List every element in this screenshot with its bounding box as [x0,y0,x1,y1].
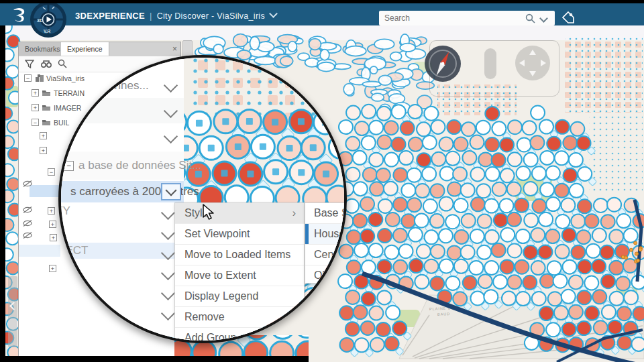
row-highlight [19,245,60,257]
mouse-cursor [202,204,218,221]
compass[interactable] [423,44,463,84]
tag-icon[interactable] [561,10,576,25]
search-input[interactable] [379,13,525,23]
letterbox-top [0,0,644,3]
top-bar: 3DEXPERIENCE|City Discover - ViaSilva_ir… [0,3,644,25]
search-bar[interactable] [379,11,555,25]
tree-label[interactable]: BUIL [54,119,69,127]
magnifier-lens[interactable]: ur Rennes... − a base de données Sit... … [58,55,347,343]
app-title: City Discover - ViaSilva_iris [157,11,265,21]
menu-item-display-legend[interactable]: Display Legend [175,286,304,306]
folder-icon [42,89,51,97]
expand-box[interactable]: + [49,221,56,228]
letterbox-left [0,25,5,362]
collapse-box[interactable]: − [24,74,32,82]
menu-item-move-to-extent[interactable]: Move to Extent [175,265,304,286]
map-place-label-2: BAUD [437,312,451,316]
tab-experience[interactable]: Experience [61,42,109,56]
row-dropdown-button[interactable] [161,183,181,200]
panel-collapse-handle[interactable] [8,276,17,347]
menu-item-set-viewpoint[interactable]: Set Viewpoint [175,223,304,244]
expand-box[interactable]: + [40,147,47,154]
eye-hidden-icon[interactable] [22,219,33,227]
tree-label[interactable]: ViaSilva_iris [46,74,85,82]
expand-box[interactable]: + [50,234,57,241]
pan-control-ghost[interactable] [514,44,551,82]
title-divider: | [145,11,157,21]
application-window: PLAINE DE BAUD [0,0,644,362]
expand-box[interactable]: + [48,207,55,215]
widget-3d-label: 3D [37,18,43,23]
collapse-box[interactable]: − [32,119,39,126]
filter-icon[interactable] [25,60,34,68]
collapse-box[interactable]: − [64,161,74,171]
panel-tab-bar: Bookmarks Experience × [19,42,180,57]
lens-tree-row[interactable]: JECT [61,243,176,259]
menu-item-style[interactable]: Style› [175,203,304,223]
zoom-slider-ghost[interactable] [484,48,496,79]
submenu-item-household[interactable]: Househo [305,223,347,244]
tree-label[interactable]: IMAGER [54,104,81,112]
experience-icon [35,74,44,82]
panel-close-button[interactable]: × [172,44,177,54]
submenu-item-base-style[interactable]: Base Sty [305,203,347,223]
tab-bookmarks[interactable]: Bookmarks [19,42,67,56]
vr-play-widget[interactable]: 3D V.R [30,1,67,38]
eye-hidden-icon[interactable] [22,180,33,188]
folder-icon [42,119,51,126]
eye-hidden-icon[interactable] [22,231,33,239]
expand-box[interactable]: + [40,132,47,139]
tree-label[interactable]: TERRAIN [54,89,85,97]
eye-hidden-icon[interactable] [22,206,33,214]
folder-icon [42,104,51,111]
lens-tree-row[interactable]: − a base de données Sit... [61,152,184,180]
search-icon[interactable] [58,59,67,68]
binoculars-icon[interactable] [41,60,52,68]
3ds-logo[interactable] [11,6,28,23]
map-far-strip [5,25,644,40]
collapse-box[interactable]: − [48,168,55,176]
expand-box[interactable]: + [49,265,56,272]
title-chevron-icon[interactable] [269,9,278,18]
search-icon[interactable] [525,13,535,23]
search-options-chevron-icon[interactable] [539,14,548,23]
expand-box[interactable]: + [32,104,39,111]
app-title-area: 3DEXPERIENCE|City Discover - ViaSilva_ir… [75,11,276,21]
expand-box[interactable]: + [32,89,39,97]
letterbox-bottom [0,356,309,362]
menu-item-move-to-loaded-items[interactable]: Move to Loaded Items [175,244,304,265]
brand-name: 3DEXPERIENCE [75,11,145,21]
widget-vr-label: V.R [44,29,51,34]
submenu-arrow-icon: › [292,203,296,223]
